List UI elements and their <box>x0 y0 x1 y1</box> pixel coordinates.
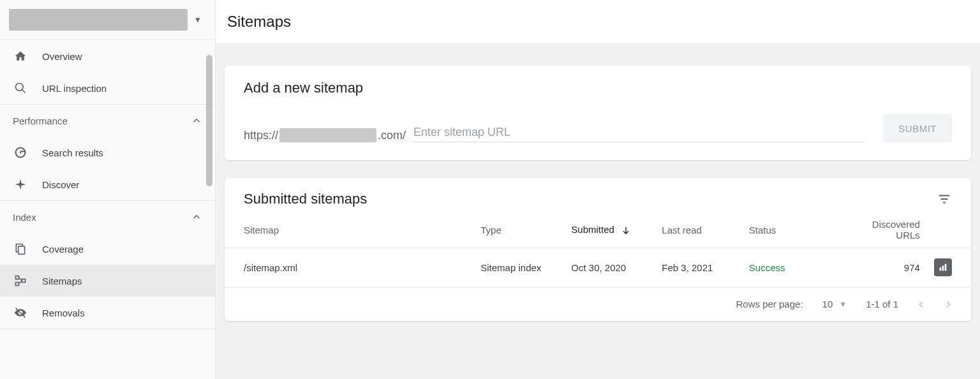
rows-per-page-value: 10 <box>822 299 833 309</box>
sidebar-item-label: Removals <box>42 308 85 318</box>
sidebar-item-label: Overview <box>42 51 82 62</box>
property-selector[interactable]: ▼ <box>0 0 215 40</box>
cell-action <box>925 248 971 287</box>
sidebar-item-label: Sitemaps <box>42 276 82 286</box>
bar-chart-icon[interactable] <box>934 258 952 276</box>
svg-rect-7 <box>16 276 19 279</box>
nav-section-performance: Search results Discover <box>0 137 215 200</box>
svg-rect-16 <box>945 264 947 271</box>
sidebar-item-overview[interactable]: Overview <box>0 40 215 72</box>
svg-rect-9 <box>16 283 19 286</box>
sidebar-item-search-results[interactable]: Search results <box>0 137 215 168</box>
main-content: Sitemaps Add a new sitemap https:// .com… <box>216 0 980 379</box>
card-title: Submitted sitemaps <box>244 191 367 207</box>
sidebar-item-sitemaps[interactable]: Sitemaps <box>0 265 215 297</box>
sitemap-url-input[interactable] <box>412 123 864 142</box>
column-header-actions <box>925 212 971 248</box>
section-header-index[interactable]: Index <box>0 201 215 233</box>
eye-off-icon <box>13 306 28 319</box>
chevron-down-icon: ▼ <box>194 15 202 24</box>
column-header-status[interactable]: Status <box>744 212 842 248</box>
sidebar-item-label: Coverage <box>42 244 84 255</box>
search-icon <box>13 82 28 94</box>
section-header-performance[interactable]: Performance <box>0 105 215 137</box>
page-range: 1-1 of 1 <box>866 299 898 309</box>
divider <box>0 329 215 329</box>
prev-page-button[interactable] <box>917 298 925 311</box>
chevron-down-icon: ▼ <box>839 300 847 309</box>
coverage-icon <box>13 242 28 255</box>
sitemap-icon <box>13 274 28 287</box>
sidebar: ▼ Overview URL inspection Performance Se <box>0 0 216 379</box>
svg-rect-15 <box>942 265 944 271</box>
discover-icon <box>13 178 28 191</box>
column-header-sitemap[interactable]: Sitemap <box>225 212 475 248</box>
nav-section-index: Coverage Sitemaps Removals <box>0 233 215 329</box>
home-icon <box>13 50 28 63</box>
column-header-discovered[interactable]: Discovered URLs <box>842 212 925 248</box>
section-label: Index <box>13 212 36 223</box>
url-prefix: https:// .com/ <box>244 128 406 142</box>
cell-last-read: Feb 3, 2021 <box>657 248 744 287</box>
chevron-up-icon <box>191 115 202 126</box>
table-pager: Rows per page: 10 ▼ 1-1 of 1 <box>225 288 971 321</box>
url-prefix-suffix: .com/ <box>378 129 406 142</box>
sidebar-item-coverage[interactable]: Coverage <box>0 233 215 265</box>
sidebar-item-label: URL inspection <box>42 83 107 94</box>
svg-line-1 <box>22 90 26 93</box>
chevron-up-icon <box>191 211 202 223</box>
sidebar-item-label: Search results <box>42 147 103 158</box>
arrow-down-icon <box>621 224 631 235</box>
page-title: Sitemaps <box>227 13 969 31</box>
content-area: Add a new sitemap https:// .com/ SUBMIT … <box>216 44 980 379</box>
section-label: Performance <box>13 115 68 126</box>
sidebar-item-discover[interactable]: Discover <box>0 168 215 200</box>
page-header: Sitemaps <box>216 0 980 44</box>
property-name-redacted <box>9 9 188 31</box>
filter-icon[interactable] <box>937 191 952 207</box>
add-sitemap-card: Add a new sitemap https:// .com/ SUBMIT <box>225 66 971 160</box>
column-header-last-read[interactable]: Last read <box>657 212 744 248</box>
svg-rect-8 <box>22 279 26 283</box>
column-header-submitted[interactable]: Submitted <box>566 212 657 248</box>
cell-sitemap: /sitemap.xml <box>225 248 475 287</box>
google-icon <box>13 146 28 159</box>
svg-rect-6 <box>19 246 25 255</box>
cell-status: Success <box>744 248 842 287</box>
column-label: Submitted <box>571 224 614 235</box>
submit-button[interactable]: SUBMIT <box>883 114 952 142</box>
column-header-type[interactable]: Type <box>475 212 566 248</box>
card-title: Add a new sitemap <box>244 80 952 96</box>
scrollbar[interactable] <box>206 55 212 186</box>
rows-per-page-select[interactable]: 10 ▼ <box>822 299 847 309</box>
submitted-sitemaps-card: Submitted sitemaps Sitemap Type Submitte… <box>225 178 971 321</box>
table-row[interactable]: /sitemap.xml Sitemap index Oct 30, 2020 … <box>225 248 971 287</box>
url-prefix-scheme: https:// <box>244 129 278 142</box>
cell-discovered: 974 <box>842 248 925 287</box>
sidebar-item-removals[interactable]: Removals <box>0 297 215 329</box>
sidebar-item-url-inspection[interactable]: URL inspection <box>0 72 215 104</box>
sidebar-item-label: Discover <box>42 179 79 190</box>
next-page-button[interactable] <box>944 298 952 311</box>
sitemaps-table: Sitemap Type Submitted Last read Status … <box>225 212 971 288</box>
cell-type: Sitemap index <box>475 248 566 287</box>
svg-rect-14 <box>940 267 942 271</box>
rows-per-page-label: Rows per page: <box>736 299 803 309</box>
svg-point-0 <box>16 84 24 91</box>
nav-section-main: Overview URL inspection <box>0 40 215 104</box>
cell-submitted: Oct 30, 2020 <box>566 248 657 287</box>
url-domain-redacted <box>279 128 376 142</box>
sitemap-input-row: https:// .com/ SUBMIT <box>244 114 952 142</box>
